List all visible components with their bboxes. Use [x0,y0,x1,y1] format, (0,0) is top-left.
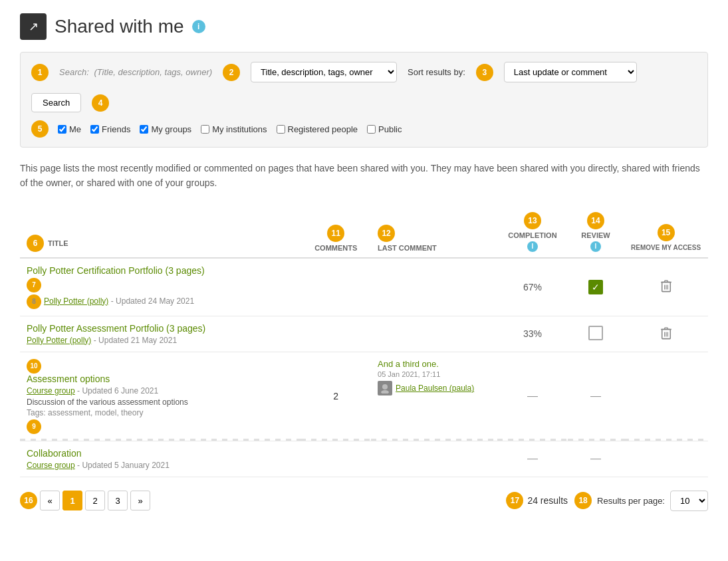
entry-tags: Tags: assessment, model, theory [27,408,294,417]
cell-remove-row4 [624,441,708,477]
filter-mygroups-checkbox[interactable] [140,125,148,134]
cell-review-row4: — [568,441,624,477]
completion-value: 67% [523,282,542,292]
page-header: ↗ Shared with me i [20,13,708,40]
badge-6: 6 [27,235,44,252]
entry-title-link[interactable]: Polly Potter Assessment Portfolio (3 pag… [27,323,205,334]
search-panel: 1 Search: (Title, description, tags, own… [20,52,708,148]
completion-dash: — [527,390,538,401]
table-body: Polly Potter Certification Portfolio (3 … [20,258,708,477]
badge-13: 13 [524,212,541,229]
filter-mygroups: My groups [140,124,191,134]
page-title: Shared with me [55,16,184,37]
cell-completion-row4: — [497,441,568,477]
filter-me-checkbox[interactable] [58,125,66,134]
cell-title-row3: 10Assessment optionsCourse group - Updat… [20,352,301,441]
badge-3: 3 [476,64,493,81]
badge-8: 8 [27,294,41,309]
filter-me-label[interactable]: Me [69,124,81,134]
entry-description: Discussion of the various assessment opt… [27,397,294,407]
review-dash: — [590,390,601,401]
col-header-review: 14 REVIEW i [568,207,624,258]
filter-friends-checkbox[interactable] [90,125,99,134]
review-checked[interactable]: ✓ [588,280,603,294]
pagination-right: 17 24 results 18 Results per page: 10 20… [506,491,708,511]
review-info-icon[interactable]: i [590,241,601,252]
cell-lastcomment-row3: And a third one. 05 Jan 2021, 17:11 Paul… [371,352,497,441]
filter-friends-label[interactable]: Friends [102,124,130,134]
cell-title-row1: Polly Potter Certification Portfolio (3 … [20,258,301,316]
author-link[interactable]: Course group [27,386,75,395]
badge-7: 7 [27,278,41,292]
badge-1: 1 [31,64,49,81]
pagination-page-2[interactable]: 2 [85,491,105,510]
pagination-prev[interactable]: « [40,491,60,510]
completion-dash: — [527,453,538,464]
review-unchecked[interactable] [588,326,603,340]
badge-17: 17 [506,492,523,509]
filter-friends: Friends [90,124,130,134]
cell-comments-row2 [301,316,371,352]
cell-title-row2: Polly Potter Assessment Portfolio (3 pag… [20,316,301,352]
table-row: Polly Potter Certification Portfolio (3 … [20,258,708,316]
pagination-next[interactable]: » [130,491,150,510]
filter-public-label[interactable]: Public [378,124,402,134]
commenter-avatar [378,381,392,395]
author-link[interactable]: Course group [27,461,75,470]
entry-title-link[interactable]: Assessment options [27,374,110,384]
filter-row: 5 Me Friends My groups My institutions R… [31,120,697,138]
comment-text: And a third one. [378,359,491,369]
sort-select[interactable]: Last update or comment [504,62,637,82]
pagination-pages: 16 « 1 2 3 » [20,491,150,510]
col-header-completion: 13 COMPLETION i [497,207,568,258]
filter-registeredpeople-label[interactable]: Registered people [288,124,358,134]
cell-remove-row1 [624,258,708,316]
cell-review-row3: — [568,352,624,441]
completion-value: 33% [523,328,542,339]
trash-icon [659,326,673,340]
cell-lastcomment-row1 [371,258,497,316]
col-header-comments: 11 COMMENTS [301,207,371,258]
table-header-row: 6 TITLE 11 COMMENTS 12 LAST COMMENT [20,207,708,258]
badge-11: 11 [327,225,344,242]
share-icon: ↗ [20,13,47,40]
cell-review-row2 [568,316,624,352]
completion-info-icon[interactable]: i [527,241,538,252]
filter-myinstitutions-checkbox[interactable] [201,125,209,134]
author-link[interactable]: Polly Potter (polly) [44,296,108,306]
search-field-select[interactable]: Title, description, tags, owner [251,62,397,82]
entry-title-link[interactable]: Collaboration [27,448,82,459]
author-link[interactable]: Polly Potter (polly) [27,336,91,345]
results-per-page-select[interactable]: 10 20 50 [670,491,708,511]
remove-button[interactable] [658,324,675,344]
remove-button[interactable] [658,277,675,296]
cell-lastcomment-row4 [371,441,497,477]
svg-point-12 [382,384,388,390]
info-icon[interactable]: i [192,20,205,33]
badge-2: 2 [223,64,240,81]
filter-mygroups-label[interactable]: My groups [151,124,191,134]
page-container: ↗ Shared with me i 1 Search: (Title, des… [0,0,728,524]
cell-lastcomment-row2 [371,316,497,352]
cell-review-row1: ✓ [568,258,624,316]
cell-completion-row1: 67% [497,258,568,316]
filter-public-checkbox[interactable] [367,125,376,134]
filter-myinstitutions: My institutions [201,124,267,134]
pagination-page-3[interactable]: 3 [108,491,128,510]
cell-title-row4: CollaborationCourse group - Updated 5 Ja… [20,441,301,477]
filter-public: Public [367,124,402,134]
col-header-title: 6 TITLE [20,207,301,258]
filter-registeredpeople-checkbox[interactable] [277,125,285,134]
pagination-page-1[interactable]: 1 [62,491,82,510]
badge-9: 9 [27,419,41,434]
search-button[interactable]: Search [31,93,81,112]
entry-title-link[interactable]: Polly Potter Certification Portfolio (3 … [27,265,205,276]
badge-14: 14 [587,212,604,229]
badge-12: 12 [378,225,395,242]
table-row: 10Assessment optionsCourse group - Updat… [20,352,708,441]
filter-me: Me [58,124,81,134]
badge-5: 5 [31,120,49,138]
results-count: 24 results [527,495,568,506]
commenter-name-link[interactable]: Paula Paulsen (paula) [396,384,474,393]
filter-myinstitutions-label[interactable]: My institutions [212,124,267,134]
